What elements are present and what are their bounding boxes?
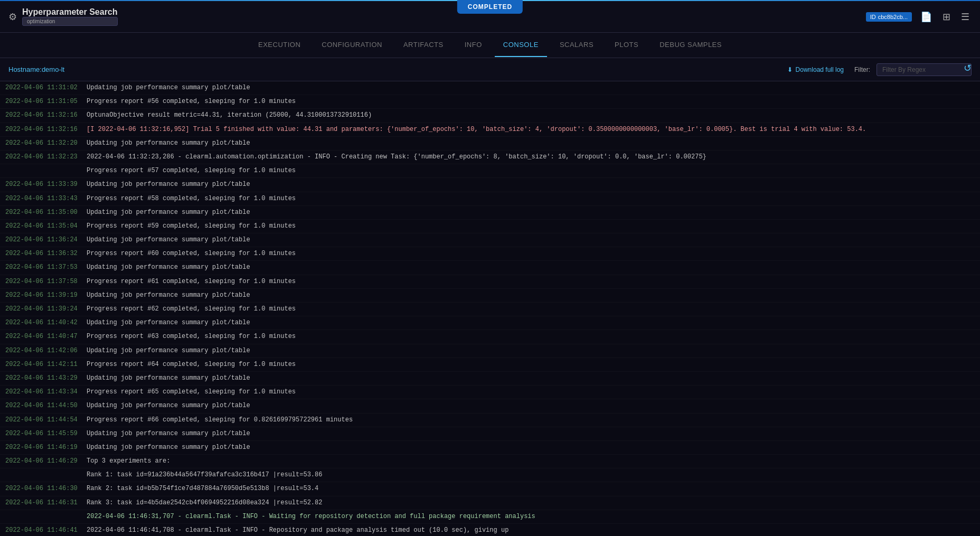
menu-button[interactable]: ☰ (959, 9, 972, 25)
log-message: Updating job performance summary plot/ta… (84, 428, 980, 440)
status-badge: COMPLETED (457, 0, 523, 14)
log-row: 2022-04-06 11:32:232022-04-06 11:32:23,2… (0, 151, 980, 164)
filter-input[interactable] (877, 63, 972, 76)
log-time: 2022-04-06 11:37:58 (0, 276, 84, 288)
tab-artifacts[interactable]: ARTIFACTS (395, 33, 452, 57)
log-time: 2022-04-06 11:32:16 (0, 109, 84, 121)
log-message: Progress report #58 completed, sleeping … (84, 193, 980, 205)
log-row: 2022-04-06 11:39:19Updating job performa… (0, 289, 980, 303)
toolbar-right: ⬇ Download full log Filter: (783, 63, 972, 76)
header-title-group: Hyperparameter Search optimization (22, 7, 118, 26)
log-row: 2022-04-06 11:39:24Progress report #62 c… (0, 303, 980, 316)
log-time: 2022-04-06 11:35:04 (0, 220, 84, 232)
log-row: 2022-04-06 11:37:53Updating job performa… (0, 261, 980, 275)
log-row: 2022-04-06 11:35:00Updating job performa… (0, 206, 980, 220)
optimization-badge: optimization (22, 17, 118, 26)
log-row: 2022-04-06 11:35:04Progress report #59 c… (0, 220, 980, 233)
log-time (0, 165, 84, 177)
log-row: 2022-04-06 11:33:43Progress report #58 c… (0, 192, 980, 206)
split-button[interactable]: ⊞ (940, 9, 953, 25)
log-time (0, 469, 84, 481)
log-row: 2022-04-06 11:31:05Progress report #56 c… (0, 95, 980, 109)
log-message: Rank 2: task id=b5b754f1ce7d487884a76950… (84, 483, 980, 495)
hyperparameter-icon: ⚙ (8, 11, 17, 23)
log-time (0, 511, 84, 523)
download-log-button[interactable]: ⬇ Download full log (783, 64, 848, 76)
log-message: Progress report #57 completed, sleeping … (84, 165, 980, 177)
log-row: 2022-04-06 11:42:11Progress report #64 c… (0, 358, 980, 372)
nav-tabs: EXECUTION CONFIGURATION ARTIFACTS INFO C… (0, 33, 980, 58)
log-row: 2022-04-06 11:32:16[I 2022-04-06 11:32:1… (0, 123, 980, 137)
log-message: Updating job performance summary plot/ta… (84, 400, 980, 412)
log-time: 2022-04-06 11:32:23 (0, 151, 84, 163)
log-message: OptunaObjective result metric=44.31, ite… (84, 109, 980, 121)
log-message: Updating job performance summary plot/ta… (84, 317, 980, 329)
log-time: 2022-04-06 11:42:06 (0, 345, 84, 357)
log-time: 2022-04-06 11:43:29 (0, 372, 84, 384)
filter-label: Filter: (854, 66, 870, 73)
hostname: Hostname:demo-lt (8, 65, 64, 73)
log-time: 2022-04-06 11:46:19 (0, 441, 84, 454)
log-time: 2022-04-06 11:33:43 (0, 193, 84, 205)
log-message: Progress report #66 completed, sleeping … (84, 414, 980, 426)
log-message: Updating job performance summary plot/ta… (84, 82, 980, 94)
id-badge: ID cbc8b2cb... (866, 12, 912, 22)
log-message: Progress report #61 completed, sleeping … (84, 276, 980, 288)
log-time: 2022-04-06 11:36:32 (0, 248, 84, 260)
refresh-icon[interactable]: ↺ (964, 63, 972, 73)
download-label: Download full log (796, 66, 844, 73)
toolbar: Hostname:demo-lt ⬇ Download full log Fil… (0, 58, 980, 81)
log-time: 2022-04-06 11:40:42 (0, 317, 84, 329)
log-message: 2022-04-06 11:46:41,708 - clearml.Task -… (84, 524, 980, 536)
log-row: 2022-04-06 11:33:39Updating job performa… (0, 178, 980, 192)
tab-info[interactable]: INFO (456, 33, 491, 57)
log-row: 2022-04-06 11:44:50Updating job performa… (0, 399, 980, 413)
tab-scalars[interactable]: SCALARS (551, 33, 602, 57)
console-log-area: 2022-04-06 11:31:02Updating job performa… (0, 81, 980, 536)
log-row: 2022-04-06 11:31:02Updating job performa… (0, 81, 980, 95)
id-value: cbc8b2cb... (878, 14, 908, 20)
refresh-button[interactable]: ↺ (964, 62, 972, 74)
log-row: 2022-04-06 11:32:20Updating job performa… (0, 137, 980, 151)
log-message: Progress report #64 completed, sleeping … (84, 359, 980, 371)
log-message: Updating job performance summary plot/ta… (84, 289, 980, 302)
log-time: 2022-04-06 11:46:30 (0, 483, 84, 495)
log-time: 2022-04-06 11:46:31 (0, 497, 84, 509)
log-time: 2022-04-06 11:32:20 (0, 137, 84, 149)
log-row: 2022-04-06 11:40:47Progress report #63 c… (0, 330, 980, 344)
header-left: ⚙ Hyperparameter Search optimization (8, 7, 118, 26)
log-time: 2022-04-06 11:46:41 (0, 524, 84, 536)
log-row: Rank 1: task id=91a236b44a5647f39afafca3… (0, 468, 980, 482)
hostname-label: Hostname: (8, 65, 42, 73)
log-time: 2022-04-06 11:46:29 (0, 455, 84, 467)
log-row: 2022-04-06 11:43:34Progress report #65 c… (0, 385, 980, 399)
id-label: ID (870, 14, 876, 20)
docs-button[interactable]: 📄 (918, 9, 934, 25)
tab-plots[interactable]: PLOTS (606, 33, 647, 57)
log-row: 2022-04-06 11:36:32Progress report #60 c… (0, 247, 980, 261)
log-message: 2022-04-06 11:46:31,707 - clearml.Task -… (84, 511, 980, 523)
log-row: 2022-04-06 11:46:31Rank 3: task id=4b5da… (0, 496, 980, 510)
log-row: 2022-04-06 11:46:19Updating job performa… (0, 441, 980, 455)
tab-configuration[interactable]: CONFIGURATION (313, 33, 391, 57)
log-time: 2022-04-06 11:32:16 (0, 124, 84, 136)
log-row: 2022-04-06 11:40:42Updating job performa… (0, 316, 980, 330)
log-message: Rank 1: task id=91a236b44a5647f39afafca3… (84, 469, 980, 481)
log-message: Rank 3: task id=4b5dae2542cb4f0694952216… (84, 497, 980, 509)
tab-console[interactable]: CONSOLE (495, 33, 547, 57)
log-row: 2022-04-06 11:46:412022-04-06 11:46:41,7… (0, 524, 980, 536)
log-message: Updating job performance summary plot/ta… (84, 261, 980, 274)
log-time: 2022-04-06 11:39:24 (0, 303, 84, 315)
log-message: Progress report #63 completed, sleeping … (84, 331, 980, 343)
log-row: Progress report #57 completed, sleeping … (0, 164, 980, 178)
log-time: 2022-04-06 11:43:34 (0, 386, 84, 398)
log-row: 2022-04-06 11:36:24Updating job performa… (0, 233, 980, 247)
tab-execution[interactable]: EXECUTION (250, 33, 309, 57)
log-message: Top 3 experiments are: (84, 455, 980, 467)
tab-debug-samples[interactable]: DEBUG SAMPLES (651, 33, 730, 57)
log-message: Updating job performance summary plot/ta… (84, 137, 980, 149)
log-time: 2022-04-06 11:39:19 (0, 289, 84, 302)
log-time: 2022-04-06 11:42:11 (0, 359, 84, 371)
log-message: Progress report #60 completed, sleeping … (84, 248, 980, 260)
log-row: 2022-04-06 11:46:29Top 3 experiments are… (0, 455, 980, 468)
